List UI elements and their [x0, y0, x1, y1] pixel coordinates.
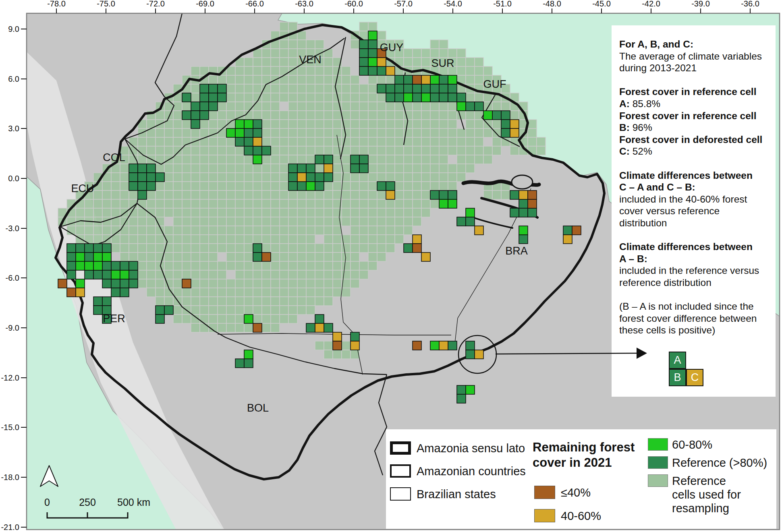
pale-cell — [324, 75, 333, 84]
pale-cell — [395, 173, 404, 182]
reference-cell — [430, 190, 439, 199]
pale-cell — [421, 164, 430, 173]
reference-cell — [102, 270, 111, 279]
pale-cell — [138, 217, 147, 226]
pale-cell — [209, 279, 218, 288]
pale-cell — [226, 173, 235, 182]
pale-cell — [235, 226, 244, 235]
pale-cell — [218, 261, 226, 270]
pale-cell — [271, 102, 280, 111]
pale-cell — [404, 146, 413, 155]
pale-cell — [288, 226, 297, 235]
pale-cell — [280, 84, 288, 93]
pale-cell — [430, 120, 439, 128]
pale-cell — [280, 111, 288, 120]
pale-cell — [324, 190, 333, 199]
reference-cell — [359, 49, 368, 58]
pale-cell — [235, 173, 244, 182]
pale-cell — [253, 306, 262, 315]
forest-le40-cell — [253, 323, 262, 332]
pale-cell — [226, 164, 235, 173]
pale-cell — [492, 120, 501, 128]
pale-cell — [395, 235, 404, 244]
pale-cell — [218, 279, 226, 288]
forest-60-80-cell — [404, 93, 413, 102]
legend-label-class: 40-60% — [561, 509, 601, 523]
country-label-bra: BRA — [505, 245, 528, 257]
pale-cell — [368, 93, 377, 102]
pale-cell — [324, 128, 333, 137]
reference-cell — [102, 297, 111, 306]
pale-cell — [93, 226, 102, 235]
pale-cell — [386, 128, 395, 137]
pale-cell — [421, 58, 430, 66]
pale-cell — [262, 111, 271, 120]
pale-cell — [315, 208, 324, 217]
pale-cell — [297, 120, 306, 128]
lat-tick-label: -21.0 — [1, 523, 19, 532]
pale-cell — [182, 297, 191, 306]
pale-cell — [244, 297, 253, 306]
pale-cell — [492, 190, 501, 199]
pale-cell — [315, 137, 324, 146]
reference-cell — [138, 173, 147, 182]
pale-cell — [280, 66, 288, 75]
pale-cell — [359, 111, 368, 120]
pale-cell — [386, 155, 395, 164]
pale-cell — [333, 182, 342, 190]
pale-cell — [377, 253, 386, 261]
pale-cell — [262, 244, 271, 253]
pale-cell — [342, 261, 351, 270]
pale-cell — [377, 137, 386, 146]
reference-cell — [395, 75, 404, 84]
forest-60-80-cell — [235, 128, 244, 137]
pale-cell — [306, 279, 315, 288]
pale-cell — [156, 164, 164, 173]
pale-cell — [173, 270, 182, 279]
pale-cell — [315, 341, 324, 350]
pale-cell — [377, 217, 386, 226]
country-label-ecu: ECU — [71, 182, 94, 195]
pale-cell — [297, 217, 306, 226]
pale-cell — [342, 253, 351, 261]
reference-cell — [351, 164, 359, 173]
pale-cell — [209, 155, 218, 164]
pale-cell — [483, 93, 492, 102]
pale-cell — [226, 102, 235, 111]
pale-cell — [306, 155, 315, 164]
pale-cell — [333, 226, 342, 235]
pale-cell — [297, 190, 306, 199]
pale-cell — [262, 323, 271, 332]
pale-cell — [129, 217, 138, 226]
pale-cell — [253, 164, 262, 173]
reference-cell — [156, 315, 164, 323]
pale-cell — [288, 190, 297, 199]
pale-cell — [200, 315, 209, 323]
pale-cell — [191, 226, 200, 235]
pale-cell — [421, 137, 430, 146]
pale-cell — [421, 190, 430, 199]
pale-cell — [147, 261, 156, 270]
pale-cell — [147, 235, 156, 244]
reference-cell — [368, 40, 377, 49]
pale-cell — [457, 49, 466, 58]
pale-cell — [333, 164, 342, 173]
pale-cell — [368, 111, 377, 120]
pale-cell — [280, 190, 288, 199]
pale-cell — [404, 49, 413, 58]
legend-swatch-boundary — [390, 441, 411, 455]
pale-cell — [244, 288, 253, 297]
pale-cell — [297, 75, 306, 84]
pale-cell — [271, 235, 280, 244]
pale-cell — [164, 137, 173, 146]
lat-tick-label: 9.0 — [8, 25, 19, 33]
pale-cell — [173, 199, 182, 208]
forest-60-80-cell — [519, 226, 528, 235]
pale-cell — [244, 306, 253, 315]
pale-cell — [413, 217, 421, 226]
pale-cell — [182, 226, 191, 235]
pale-cell — [528, 120, 537, 128]
pale-cell — [457, 128, 466, 137]
pale-cell — [448, 137, 457, 146]
pale-cell — [182, 199, 191, 208]
